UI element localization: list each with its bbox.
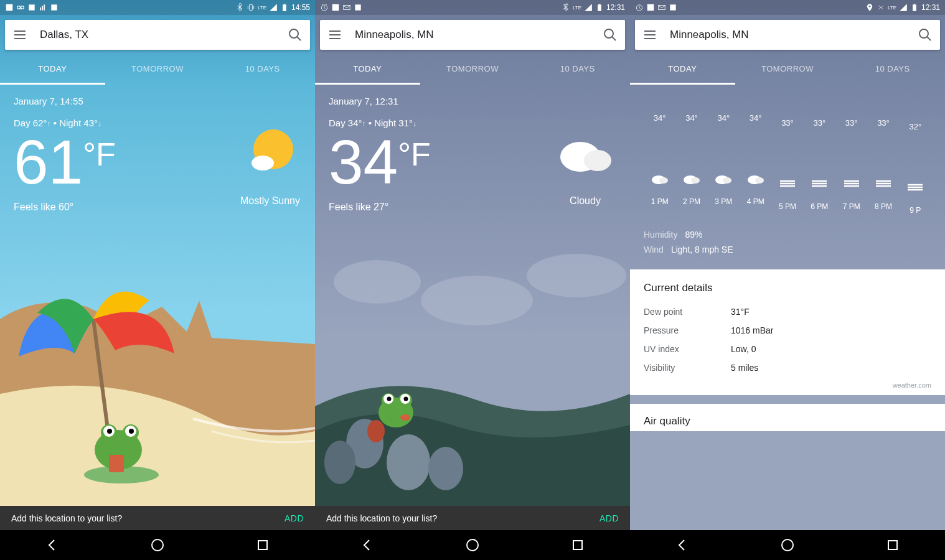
tab-tomorrow[interactable]: TOMORROW: [420, 55, 525, 85]
air-quality-title: Air quality: [644, 415, 931, 427]
weather-content: January 7, 12:31 Day 34°↑ • Night 31°↓ 3…: [315, 85, 630, 560]
chart-icon: [39, 3, 47, 12]
tab-tomorrow[interactable]: TOMORROW: [735, 55, 840, 85]
hour-col[interactable]: 34°1 PM: [644, 113, 675, 215]
menu-icon[interactable]: [327, 27, 342, 42]
hour-col[interactable]: 33°6 PM: [804, 113, 835, 215]
screen-minneapolis-main: LTE 12:31 Minneapolis, MN TODAY TOMORROW…: [315, 0, 630, 560]
tab-tomorrow[interactable]: TOMORROW: [105, 55, 210, 85]
search-icon[interactable]: [603, 27, 618, 42]
data-source: weather.com: [644, 381, 931, 389]
svg-rect-32: [332, 4, 339, 11]
wind-row: WindLight, 8 mph SE: [644, 245, 931, 254]
location-input[interactable]: Minneapolis, MN: [670, 29, 918, 41]
hour-col[interactable]: 32°9 P: [900, 113, 931, 215]
hour-col[interactable]: 34°4 PM: [740, 113, 771, 215]
svg-rect-30: [258, 541, 267, 549]
svg-rect-62: [670, 4, 675, 10]
svg-point-40: [584, 150, 611, 171]
status-right: LTE 14:55: [235, 3, 310, 12]
hour-temp: 33°: [835, 118, 867, 128]
search-box[interactable]: Minneapolis, MN: [635, 20, 940, 50]
air-quality-card: Air quality: [630, 404, 945, 431]
hour-time: 4 PM: [740, 197, 771, 206]
home-icon[interactable]: [150, 538, 165, 553]
screen-dallas: LTE 14:55 Dallas, TX TODAY TOMORROW 10 D…: [0, 0, 315, 560]
date-time: January 7, 12:31: [329, 96, 616, 106]
search-box[interactable]: Dallas, TX: [5, 20, 310, 50]
add-location-text: Add this location to your list?: [11, 513, 122, 523]
weather-details-content[interactable]: 34°1 PM34°2 PM34°3 PM34°4 PM33°5 PM33°6 …: [630, 85, 945, 560]
back-icon[interactable]: [360, 538, 375, 553]
tab-today[interactable]: TODAY: [0, 55, 105, 85]
current-temp: 34: [329, 131, 398, 193]
svg-point-73: [723, 177, 731, 184]
recent-icon[interactable]: [885, 538, 900, 553]
svg-rect-6: [42, 6, 43, 11]
hour-col[interactable]: 34°3 PM: [708, 113, 740, 215]
cloud-icon: [747, 172, 764, 187]
tab-today[interactable]: TODAY: [630, 55, 735, 85]
search-icon[interactable]: [918, 27, 933, 42]
hour-col[interactable]: 34°2 PM: [675, 113, 707, 215]
svg-rect-7: [44, 4, 45, 10]
svg-point-2: [21, 6, 24, 9]
detail-row: Dew point31°F: [644, 307, 931, 317]
search-icon[interactable]: [288, 27, 303, 42]
square-icon: [669, 3, 677, 12]
add-button[interactable]: ADD: [599, 513, 619, 523]
detail-label: UV index: [644, 344, 731, 354]
add-location-bar: Add this location to your list? ADD: [0, 506, 315, 530]
bluetooth-icon: [562, 3, 570, 12]
condition-text: Mostly Sunny: [239, 195, 301, 207]
tabs: TODAY TOMORROW 10 DAYS: [0, 55, 315, 85]
status-bar: LTE 12:31: [315, 0, 630, 15]
screen-minneapolis-details: LTE 12:31 Minneapolis, MN TODAY TOMORROW…: [630, 0, 945, 560]
location-icon: [865, 3, 874, 12]
svg-point-14: [289, 29, 298, 38]
tab-today[interactable]: TODAY: [315, 55, 420, 85]
hour-col[interactable]: 33°5 PM: [771, 113, 803, 215]
detail-label: Visibility: [644, 363, 731, 373]
search-box[interactable]: Minneapolis, MN: [320, 20, 625, 50]
recent-icon[interactable]: [255, 538, 270, 553]
back-icon[interactable]: [675, 538, 690, 553]
menu-icon[interactable]: [642, 27, 657, 42]
nav-bar: [0, 530, 315, 560]
detail-row: UV indexLow, 0: [644, 344, 931, 354]
hourly-forecast[interactable]: 34°1 PM34°2 PM34°3 PM34°4 PM33°5 PM33°6 …: [644, 113, 931, 215]
home-icon[interactable]: [465, 538, 480, 553]
tab-10days[interactable]: 10 DAYS: [210, 55, 315, 85]
location-input[interactable]: Dallas, TX: [40, 29, 288, 41]
svg-point-57: [467, 539, 478, 551]
signal-icon: [269, 3, 278, 12]
hour-col[interactable]: 33°7 PM: [835, 113, 867, 215]
add-button[interactable]: ADD: [284, 513, 304, 523]
square-icon: [27, 3, 36, 12]
back-icon[interactable]: [45, 538, 60, 553]
hour-temp: 34°: [644, 113, 675, 123]
svg-rect-36: [599, 4, 600, 4]
svg-line-15: [297, 37, 301, 40]
vibrate-icon: [247, 3, 255, 12]
svg-rect-65: [914, 4, 915, 4]
detail-label: Dew point: [644, 307, 731, 317]
temp-unit: °F: [398, 136, 431, 173]
svg-rect-34: [355, 4, 360, 10]
mostly-sunny-icon: [239, 124, 301, 187]
feels-like: Feels like 60°: [14, 202, 116, 213]
current-details-card: Current details Dew point31°FPressure101…: [630, 269, 945, 395]
hour-time: 6 PM: [804, 202, 835, 211]
hour-col[interactable]: 33°8 PM: [867, 113, 899, 215]
location-input[interactable]: Minneapolis, MN: [355, 29, 603, 41]
home-icon[interactable]: [780, 538, 795, 553]
status-bar: LTE 12:31: [630, 0, 945, 15]
tab-10days[interactable]: 10 DAYS: [840, 55, 945, 85]
svg-rect-61: [659, 6, 665, 10]
recent-icon[interactable]: [570, 538, 585, 553]
svg-rect-60: [647, 4, 654, 11]
menu-icon[interactable]: [12, 27, 27, 42]
hour-temp: 34°: [740, 113, 771, 123]
hour-temp: 32°: [900, 122, 931, 131]
tab-10days[interactable]: 10 DAYS: [525, 55, 630, 85]
